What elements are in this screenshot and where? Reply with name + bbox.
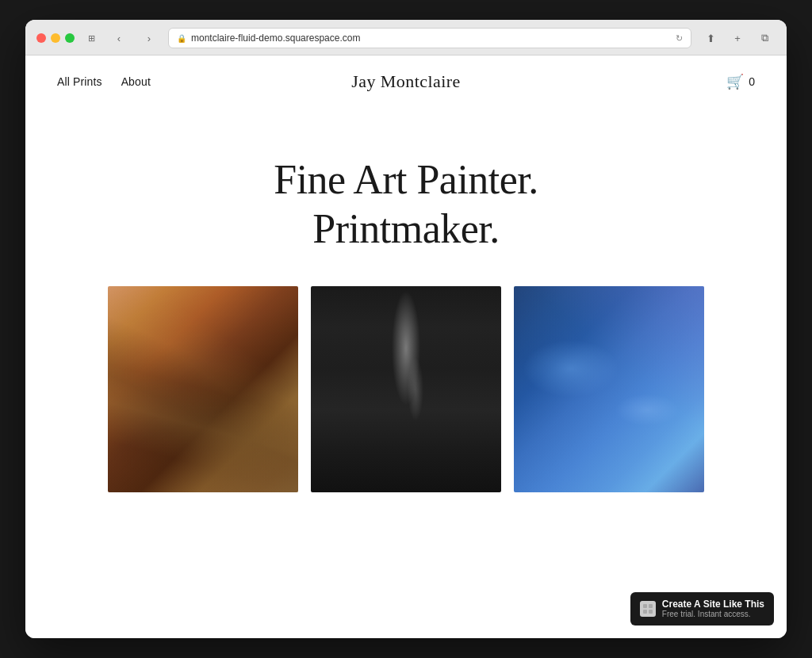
- url-text: montclaire-fluid-demo.squarespace.com: [191, 33, 360, 44]
- hero-text: Fine Art Painter. Printmaker.: [274, 155, 538, 254]
- badge-title: Create A Site Like This: [662, 599, 764, 610]
- minimize-button[interactable]: [51, 33, 60, 43]
- nav-cart[interactable]: 🛒 0: [726, 73, 755, 90]
- gallery-item-3[interactable]: [514, 286, 704, 492]
- svg-rect-0: [643, 604, 647, 608]
- squarespace-logo-icon: [640, 601, 656, 617]
- nav-about[interactable]: About: [121, 75, 151, 88]
- website-content: All Prints About Jay Montclaire 🛒 0 Fine…: [25, 55, 787, 638]
- hero-heading: Fine Art Painter. Printmaker.: [274, 155, 538, 254]
- squarespace-badge[interactable]: Create A Site Like This Free trial. Inst…: [630, 592, 774, 625]
- browser-chrome: ⊞ ‹ › 🔒 montclaire-fluid-demo.squarespac…: [25, 20, 787, 55]
- cart-count: 0: [749, 75, 755, 88]
- squarespace-badge-text: Create A Site Like This Free trial. Inst…: [662, 599, 764, 619]
- lock-icon: 🔒: [177, 34, 186, 43]
- hero-section: Fine Art Painter. Printmaker.: [25, 108, 787, 286]
- close-button[interactable]: [36, 33, 46, 43]
- badge-subtitle: Free trial. Instant access.: [662, 610, 764, 619]
- cart-icon: 🛒: [726, 73, 744, 90]
- site-title[interactable]: Jay Montclaire: [351, 71, 461, 91]
- duplicate-button[interactable]: ⧉: [753, 30, 776, 46]
- refresh-icon[interactable]: ↻: [676, 33, 683, 44]
- nav-left: All Prints About: [57, 75, 151, 88]
- share-button[interactable]: ⬆: [699, 30, 722, 46]
- nav-all-prints[interactable]: All Prints: [57, 75, 102, 88]
- svg-rect-3: [649, 610, 653, 614]
- svg-rect-1: [649, 604, 653, 608]
- gallery-item-2[interactable]: [311, 286, 501, 492]
- gallery-item-1[interactable]: [108, 286, 298, 492]
- gallery-section: [25, 286, 787, 638]
- new-tab-button[interactable]: +: [726, 30, 749, 46]
- site-navigation: All Prints About Jay Montclaire 🛒 0: [25, 55, 787, 108]
- maximize-button[interactable]: [65, 33, 75, 43]
- browser-window: ⊞ ‹ › 🔒 montclaire-fluid-demo.squarespac…: [25, 20, 787, 638]
- browser-right-controls: ⬆ + ⧉: [699, 30, 776, 46]
- traffic-lights: [36, 33, 75, 43]
- svg-rect-2: [643, 610, 647, 614]
- sidebar-toggle-button[interactable]: ⊞: [82, 30, 100, 46]
- nav-center: Jay Montclaire: [351, 71, 461, 92]
- address-bar[interactable]: 🔒 montclaire-fluid-demo.squarespace.com …: [168, 28, 691, 48]
- forward-button[interactable]: ›: [138, 30, 160, 46]
- back-button[interactable]: ‹: [108, 30, 130, 46]
